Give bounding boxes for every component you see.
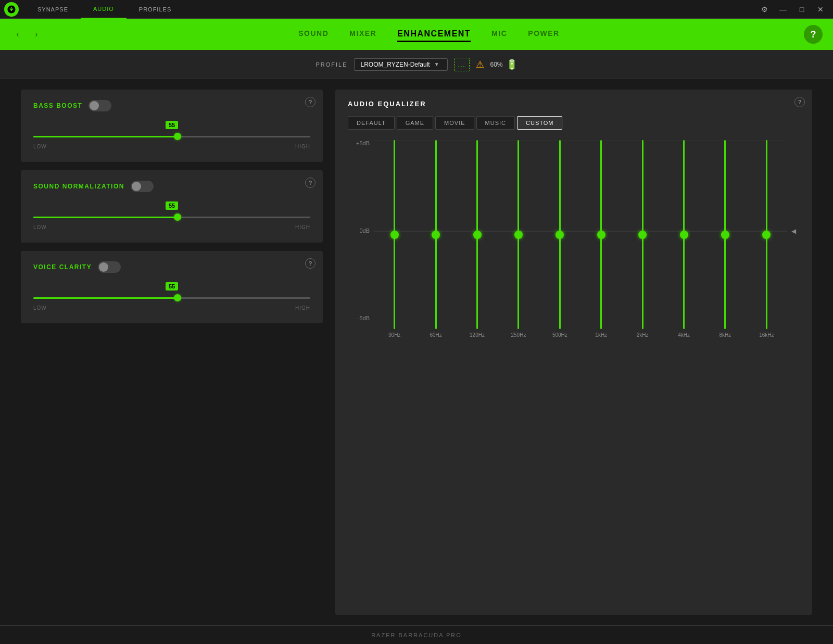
profile-dropdown[interactable]: LROOM_RYZEN-Default ▼ <box>354 58 448 71</box>
voice-clarity-slider[interactable] <box>33 293 310 303</box>
voice-clarity-toggle[interactable] <box>98 261 121 273</box>
eq-band-2kHz: 2kHz <box>622 140 663 338</box>
sound-norm-slider[interactable] <box>33 212 310 222</box>
nav-arrows: ‹ › <box>10 27 44 42</box>
eq-band-handle-250Hz[interactable] <box>514 231 523 239</box>
eq-db-middle: 0dB <box>359 228 370 234</box>
eq-band-500Hz: 500Hz <box>539 140 580 338</box>
eq-arrow-button[interactable]: ◀ <box>787 225 800 237</box>
app-logo <box>4 2 19 17</box>
forward-arrow[interactable]: › <box>29 27 44 42</box>
eq-band-handle-120Hz[interactable] <box>473 231 482 239</box>
eq-band-handle-4kHz[interactable] <box>680 231 688 239</box>
voice-clarity-thumb[interactable] <box>174 294 181 301</box>
bass-boost-low-label: LOW <box>33 144 47 149</box>
sound-norm-toggle[interactable] <box>131 181 154 192</box>
bass-boost-fill <box>33 136 178 137</box>
battery-display: 60% 🔋 <box>490 59 518 70</box>
tab-synapse[interactable]: SYNAPSE <box>25 0 81 19</box>
eq-band-16kHz: 16kHz <box>746 140 787 338</box>
eq-band-handle-2kHz[interactable] <box>638 231 647 239</box>
bass-boost-slider[interactable] <box>33 131 310 142</box>
eq-band-label-8kHz: 8kHz <box>720 332 731 338</box>
sound-norm-low-label: LOW <box>33 224 47 230</box>
window-controls: ⚙ — □ ✕ <box>756 1 829 18</box>
tab-mic[interactable]: MIC <box>491 27 507 42</box>
eq-band-handle-1kHz[interactable] <box>597 231 605 239</box>
tab-enhancement[interactable]: ENHANCEMENT <box>397 27 471 42</box>
eq-band-track-8kHz[interactable] <box>724 140 726 329</box>
sound-norm-high-label: HIGH <box>295 224 310 230</box>
voice-clarity-slider-container: 55 LOW HIGH <box>33 281 310 311</box>
sound-norm-help-icon[interactable]: ? <box>305 178 315 188</box>
tab-mixer[interactable]: MIXER <box>349 27 376 42</box>
eq-preset-custom[interactable]: CUSTOM <box>517 116 562 130</box>
eq-band-track-30Hz[interactable] <box>394 140 395 329</box>
eq-band-track-2kHz[interactable] <box>642 140 643 329</box>
eq-band-4kHz: 4kHz <box>663 140 704 338</box>
eq-band-60Hz: 60Hz <box>415 140 456 338</box>
more-options-button[interactable]: ... <box>454 58 470 71</box>
eq-band-handle-16kHz[interactable] <box>762 231 771 239</box>
eq-band-track-250Hz[interactable] <box>518 140 519 329</box>
eq-band-8kHz: 8kHz <box>704 140 746 338</box>
eq-band-track-4kHz[interactable] <box>683 140 685 329</box>
eq-band-label-4kHz: 4kHz <box>678 332 690 338</box>
help-button[interactable]: ? <box>804 25 823 44</box>
voice-clarity-help-icon[interactable]: ? <box>305 258 315 269</box>
sound-norm-value: 55 <box>166 201 178 210</box>
eq-band-handle-60Hz[interactable] <box>432 231 440 239</box>
eq-band-handle-30Hz[interactable] <box>390 231 399 239</box>
bass-boost-toggle[interactable] <box>89 100 111 111</box>
eq-db-top: +5dB <box>356 140 370 146</box>
bass-boost-help-icon[interactable]: ? <box>305 97 315 107</box>
voice-clarity-toggle-knob <box>99 262 108 272</box>
eq-band-track-500Hz[interactable] <box>559 140 561 329</box>
eq-band-250Hz: 250Hz <box>498 140 539 338</box>
tab-audio[interactable]: AUDIO <box>81 0 127 19</box>
eq-band-handle-500Hz[interactable] <box>556 231 564 239</box>
warning-icon[interactable]: ⚠ <box>476 59 484 70</box>
sound-norm-slider-container: 55 LOW HIGH <box>33 200 310 230</box>
tab-profiles[interactable]: PROFILES <box>127 0 184 19</box>
voice-clarity-value: 55 <box>166 282 178 291</box>
eq-band-track-16kHz[interactable] <box>766 140 767 329</box>
settings-btn[interactable]: ⚙ <box>756 1 773 18</box>
eq-preset-default[interactable]: DEFAULT <box>348 116 395 130</box>
eq-band-track-1kHz[interactable] <box>600 140 602 329</box>
eq-presets: DEFAULT GAME MOVIE MUSIC CUSTOM <box>348 116 800 130</box>
tab-power[interactable]: POWER <box>528 27 559 42</box>
eq-preset-movie[interactable]: MOVIE <box>435 116 474 130</box>
equalizer-panel: ? AUDIO EQUALIZER DEFAULT GAME MOVIE MUS… <box>335 90 812 615</box>
back-arrow[interactable]: ‹ <box>10 27 25 42</box>
bass-boost-toggle-knob <box>90 101 99 110</box>
eq-band-handle-8kHz[interactable] <box>721 231 729 239</box>
chevron-down-icon: ▼ <box>434 61 439 67</box>
tab-sound[interactable]: SOUND <box>298 27 329 42</box>
eq-band-track-60Hz[interactable] <box>435 140 437 329</box>
sound-norm-title: SOUND NORMALIZATION <box>33 181 310 192</box>
sound-norm-thumb[interactable] <box>174 213 181 221</box>
voice-clarity-card: ? VOICE CLARITY 55 LOW <box>21 251 323 323</box>
eq-title: AUDIO EQUALIZER <box>348 100 800 108</box>
eq-preset-music[interactable]: MUSIC <box>476 116 515 130</box>
eq-bands-container: 30Hz60Hz120Hz250Hz500Hz1kHz2kHz4kHz8kHz1… <box>374 140 787 338</box>
battery-percentage: 60% <box>490 61 503 68</box>
voice-clarity-low-label: LOW <box>33 305 47 311</box>
bass-boost-slider-container: 55 LOW HIGH <box>33 120 310 149</box>
minimize-btn[interactable]: — <box>775 1 791 18</box>
eq-db-labels: +5dB 0dB -5dB <box>348 140 374 338</box>
eq-band-track-120Hz[interactable] <box>476 140 478 329</box>
profile-label: PROFILE <box>315 61 347 68</box>
voice-clarity-title: VOICE CLARITY <box>33 261 310 273</box>
close-btn[interactable]: ✕ <box>812 1 829 18</box>
sound-normalization-card: ? SOUND NORMALIZATION 55 LOW <box>21 170 323 243</box>
eq-preset-game[interactable]: GAME <box>397 116 433 130</box>
eq-band-label-30Hz: 30Hz <box>388 332 400 338</box>
maximize-btn[interactable]: □ <box>793 1 810 18</box>
bass-boost-thumb[interactable] <box>174 133 181 140</box>
eq-help-icon[interactable]: ? <box>794 97 805 107</box>
eq-area: +5dB 0dB -5dB 30Hz60Hz120Hz250Hz500Hz1kH… <box>348 140 800 338</box>
eq-db-bottom: -5dB <box>358 315 370 321</box>
profile-bar: PROFILE LROOM_RYZEN-Default ▼ ... ⚠ 60% … <box>0 50 833 79</box>
